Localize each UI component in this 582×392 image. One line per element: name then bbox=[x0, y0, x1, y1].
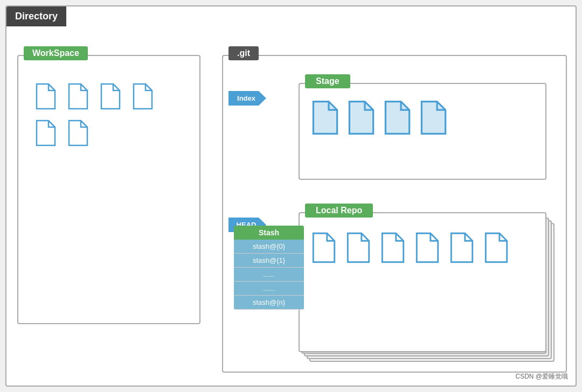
stage-file-1 bbox=[310, 100, 340, 135]
repo-file-5 bbox=[448, 232, 475, 263]
stage-file-4 bbox=[419, 100, 448, 135]
stage-files bbox=[310, 100, 448, 135]
workspace-file-1 bbox=[34, 83, 57, 110]
workspace-file-3 bbox=[99, 83, 122, 110]
git-label: .git bbox=[228, 46, 259, 60]
git-box: .git Index Stage bbox=[222, 55, 567, 373]
workspace-box: WorkSpace bbox=[17, 55, 200, 324]
local-repo-label: Local Repo bbox=[305, 204, 373, 218]
stage-box: Stage bbox=[299, 83, 546, 180]
repo-file-1 bbox=[310, 232, 337, 263]
local-repo-stack: Local Repo bbox=[299, 212, 557, 363]
workspace-files bbox=[34, 83, 185, 146]
local-repo-main: Local Repo bbox=[299, 212, 546, 352]
workspace-file-6 bbox=[67, 120, 89, 146]
stage-file-2 bbox=[347, 100, 376, 135]
stash-item-1: stash@{1} bbox=[234, 254, 304, 268]
stash-box: Stash stash@{0} stash@{1} ...... ...... … bbox=[234, 226, 304, 310]
workspace-file-4 bbox=[131, 83, 154, 110]
workspace-file-5 bbox=[34, 120, 57, 146]
watermark: CSDN @爱睡觉哦 bbox=[515, 372, 568, 381]
stage-file-3 bbox=[383, 100, 412, 135]
stash-item-n: stash@{n} bbox=[234, 296, 304, 310]
repo-file-6 bbox=[483, 232, 510, 263]
repo-file-4 bbox=[414, 232, 441, 263]
workspace-label: WorkSpace bbox=[24, 46, 88, 60]
main-container: Directory WorkSpace bbox=[5, 5, 577, 387]
repo-files bbox=[310, 232, 526, 263]
workspace-file-2 bbox=[67, 83, 89, 110]
stage-label: Stage bbox=[305, 74, 350, 88]
stash-item-0: stash@{0} bbox=[234, 240, 304, 254]
repo-file-2 bbox=[345, 232, 372, 263]
directory-label: Directory bbox=[6, 6, 66, 26]
stash-item-dots2: ...... bbox=[234, 282, 304, 296]
index-arrow: Index bbox=[228, 91, 266, 106]
stash-item-dots1: ...... bbox=[234, 268, 304, 282]
stash-header: Stash bbox=[234, 226, 304, 240]
repo-file-3 bbox=[379, 232, 406, 263]
